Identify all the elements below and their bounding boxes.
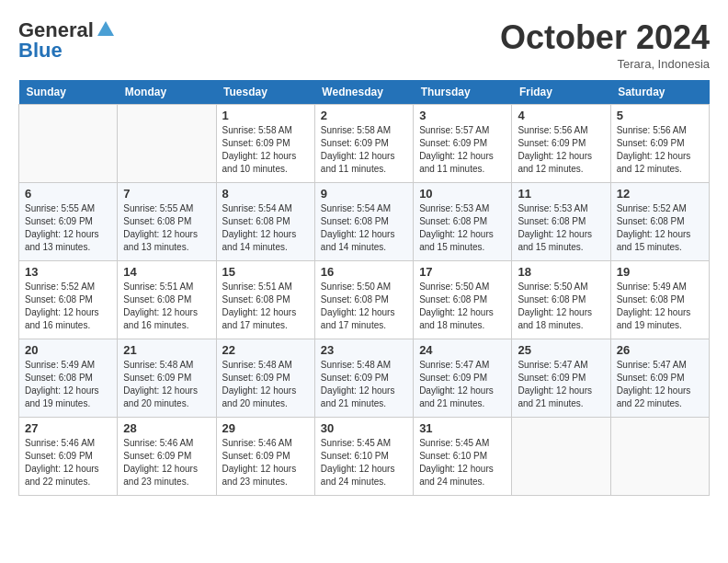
day-number: 24 (419, 343, 506, 357)
day-number: 18 (518, 265, 604, 279)
calendar-cell: 14Sunrise: 5:51 AM Sunset: 6:08 PM Dayli… (118, 261, 216, 339)
day-info: Sunrise: 5:55 AM Sunset: 6:09 PM Dayligh… (25, 202, 111, 254)
calendar-cell: 27Sunrise: 5:46 AM Sunset: 6:09 PM Dayli… (19, 418, 118, 496)
day-number: 23 (321, 343, 407, 357)
day-info: Sunrise: 5:55 AM Sunset: 6:08 PM Dayligh… (123, 202, 210, 254)
calendar-cell: 21Sunrise: 5:48 AM Sunset: 6:09 PM Dayli… (118, 339, 216, 418)
day-info: Sunrise: 5:58 AM Sunset: 6:09 PM Dayligh… (321, 124, 407, 176)
day-number: 8 (222, 187, 309, 201)
day-info: Sunrise: 5:49 AM Sunset: 6:08 PM Dayligh… (25, 359, 111, 410)
day-info: Sunrise: 5:51 AM Sunset: 6:08 PM Dayligh… (222, 281, 309, 332)
weekday-header-tuesday: Tuesday (216, 80, 314, 105)
day-info: Sunrise: 5:52 AM Sunset: 6:08 PM Dayligh… (617, 202, 703, 254)
day-info: Sunrise: 5:56 AM Sunset: 6:09 PM Dayligh… (518, 124, 604, 176)
day-number: 9 (321, 187, 407, 201)
day-info: Sunrise: 5:48 AM Sunset: 6:09 PM Dayligh… (123, 359, 210, 410)
page-header: General Blue October 2024 Terara, Indone… (18, 18, 710, 71)
day-number: 16 (321, 265, 407, 279)
day-number: 7 (123, 187, 210, 201)
calendar-cell: 15Sunrise: 5:51 AM Sunset: 6:08 PM Dayli… (216, 261, 314, 339)
week-row-5: 27Sunrise: 5:46 AM Sunset: 6:09 PM Dayli… (19, 418, 710, 496)
day-number: 21 (123, 343, 210, 357)
calendar-cell: 26Sunrise: 5:47 AM Sunset: 6:09 PM Dayli… (610, 339, 709, 418)
calendar-cell: 7Sunrise: 5:55 AM Sunset: 6:08 PM Daylig… (118, 183, 216, 261)
calendar-cell: 3Sunrise: 5:57 AM Sunset: 6:09 PM Daylig… (414, 105, 512, 183)
day-number: 26 (617, 343, 703, 357)
calendar-cell: 9Sunrise: 5:54 AM Sunset: 6:08 PM Daylig… (314, 183, 413, 261)
day-info: Sunrise: 5:50 AM Sunset: 6:08 PM Dayligh… (321, 281, 407, 332)
calendar-cell: 10Sunrise: 5:53 AM Sunset: 6:08 PM Dayli… (414, 183, 512, 261)
day-number: 31 (419, 421, 506, 435)
day-info: Sunrise: 5:49 AM Sunset: 6:08 PM Dayligh… (617, 281, 703, 332)
day-info: Sunrise: 5:47 AM Sunset: 6:09 PM Dayligh… (419, 359, 506, 410)
logo: General Blue (18, 18, 116, 63)
day-info: Sunrise: 5:46 AM Sunset: 6:09 PM Dayligh… (25, 437, 111, 488)
day-number: 2 (321, 109, 407, 122)
day-number: 27 (25, 421, 111, 435)
day-info: Sunrise: 5:57 AM Sunset: 6:09 PM Dayligh… (419, 124, 506, 176)
calendar-cell: 11Sunrise: 5:53 AM Sunset: 6:08 PM Dayli… (512, 183, 610, 261)
day-number: 17 (419, 265, 506, 279)
title-area: October 2024 Terara, Indonesia (500, 18, 710, 71)
weekday-header-sunday: Sunday (19, 80, 118, 105)
calendar-cell: 23Sunrise: 5:48 AM Sunset: 6:09 PM Dayli… (314, 339, 413, 418)
weekday-header-wednesday: Wednesday (314, 80, 413, 105)
day-info: Sunrise: 5:45 AM Sunset: 6:10 PM Dayligh… (419, 437, 506, 488)
svg-marker-0 (97, 21, 114, 36)
day-info: Sunrise: 5:50 AM Sunset: 6:08 PM Dayligh… (518, 281, 604, 332)
day-info: Sunrise: 5:53 AM Sunset: 6:08 PM Dayligh… (419, 202, 506, 254)
day-info: Sunrise: 5:46 AM Sunset: 6:09 PM Dayligh… (123, 437, 210, 488)
day-number: 13 (25, 265, 111, 279)
calendar-cell (512, 418, 610, 496)
day-info: Sunrise: 5:58 AM Sunset: 6:09 PM Dayligh… (222, 124, 309, 176)
calendar-cell: 29Sunrise: 5:46 AM Sunset: 6:09 PM Dayli… (216, 418, 314, 496)
calendar-cell: 8Sunrise: 5:54 AM Sunset: 6:08 PM Daylig… (216, 183, 314, 261)
day-number: 30 (321, 421, 407, 435)
calendar-cell: 25Sunrise: 5:47 AM Sunset: 6:09 PM Dayli… (512, 339, 610, 418)
day-number: 25 (518, 343, 604, 357)
calendar-cell: 5Sunrise: 5:56 AM Sunset: 6:09 PM Daylig… (610, 105, 709, 183)
weekday-header-friday: Friday (512, 80, 610, 105)
calendar-cell: 6Sunrise: 5:55 AM Sunset: 6:09 PM Daylig… (19, 183, 118, 261)
day-number: 11 (518, 187, 604, 201)
day-number: 10 (419, 187, 506, 201)
day-number: 22 (222, 343, 309, 357)
day-info: Sunrise: 5:45 AM Sunset: 6:10 PM Dayligh… (321, 437, 407, 488)
weekday-header-thursday: Thursday (414, 80, 512, 105)
day-number: 20 (25, 343, 111, 357)
calendar-table: SundayMondayTuesdayWednesdayThursdayFrid… (18, 80, 710, 496)
week-row-2: 6Sunrise: 5:55 AM Sunset: 6:09 PM Daylig… (19, 183, 710, 261)
day-info: Sunrise: 5:51 AM Sunset: 6:08 PM Dayligh… (123, 281, 210, 332)
day-info: Sunrise: 5:47 AM Sunset: 6:09 PM Dayligh… (518, 359, 604, 410)
day-info: Sunrise: 5:48 AM Sunset: 6:09 PM Dayligh… (222, 359, 309, 410)
day-number: 15 (222, 265, 309, 279)
calendar-cell: 24Sunrise: 5:47 AM Sunset: 6:09 PM Dayli… (414, 339, 512, 418)
week-row-3: 13Sunrise: 5:52 AM Sunset: 6:08 PM Dayli… (19, 261, 710, 339)
day-info: Sunrise: 5:54 AM Sunset: 6:08 PM Dayligh… (222, 202, 309, 254)
week-row-4: 20Sunrise: 5:49 AM Sunset: 6:08 PM Dayli… (19, 339, 710, 418)
day-number: 1 (222, 109, 309, 122)
calendar-cell: 28Sunrise: 5:46 AM Sunset: 6:09 PM Dayli… (118, 418, 216, 496)
day-info: Sunrise: 5:52 AM Sunset: 6:08 PM Dayligh… (25, 281, 111, 332)
calendar-cell (118, 105, 216, 183)
weekday-header-monday: Monday (118, 80, 216, 105)
calendar-cell: 31Sunrise: 5:45 AM Sunset: 6:10 PM Dayli… (414, 418, 512, 496)
day-info: Sunrise: 5:47 AM Sunset: 6:09 PM Dayligh… (617, 359, 703, 410)
calendar-cell (19, 105, 118, 183)
calendar-cell: 18Sunrise: 5:50 AM Sunset: 6:08 PM Dayli… (512, 261, 610, 339)
header-row: SundayMondayTuesdayWednesdayThursdayFrid… (19, 80, 710, 105)
calendar-cell: 4Sunrise: 5:56 AM Sunset: 6:09 PM Daylig… (512, 105, 610, 183)
weekday-header-saturday: Saturday (610, 80, 709, 105)
calendar-cell: 30Sunrise: 5:45 AM Sunset: 6:10 PM Dayli… (314, 418, 413, 496)
day-number: 4 (518, 109, 604, 122)
day-number: 19 (617, 265, 703, 279)
week-row-1: 1Sunrise: 5:58 AM Sunset: 6:09 PM Daylig… (19, 105, 710, 183)
day-number: 5 (617, 109, 703, 122)
calendar-cell: 12Sunrise: 5:52 AM Sunset: 6:08 PM Dayli… (610, 183, 709, 261)
logo-icon (96, 19, 116, 40)
day-info: Sunrise: 5:50 AM Sunset: 6:08 PM Dayligh… (419, 281, 506, 332)
location: Terara, Indonesia (500, 57, 710, 71)
calendar-cell: 19Sunrise: 5:49 AM Sunset: 6:08 PM Dayli… (610, 261, 709, 339)
day-info: Sunrise: 5:53 AM Sunset: 6:08 PM Dayligh… (518, 202, 604, 254)
day-number: 29 (222, 421, 309, 435)
